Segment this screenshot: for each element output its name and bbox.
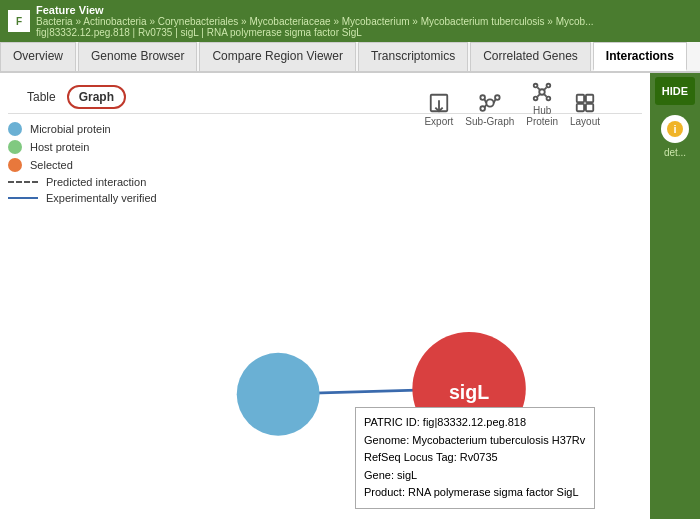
svg-line-8	[484, 105, 486, 108]
selected-dot	[8, 158, 22, 172]
svg-line-15	[544, 87, 546, 89]
tooltip-patric-id: PATRIC ID: fig|83332.12.peg.818	[364, 414, 586, 432]
svg-point-10	[534, 84, 538, 88]
svg-point-9	[539, 89, 545, 95]
tab-interactions[interactable]: Interactions	[593, 42, 687, 71]
svg-point-3	[480, 95, 485, 100]
header: F Feature View Bacteria » Actinobacteria…	[0, 0, 700, 42]
tooltip-refseq: RefSeq Locus Tag: Rv0735	[364, 449, 586, 467]
legend-selected: Selected	[8, 158, 642, 172]
svg-line-6	[484, 99, 486, 103]
svg-point-13	[547, 97, 551, 101]
selected-label: Selected	[30, 159, 73, 171]
layout-button[interactable]: Layout	[570, 92, 600, 127]
tooltip-gene: Gene: sigL	[364, 467, 586, 485]
svg-line-17	[544, 94, 546, 96]
svg-line-14	[538, 87, 540, 89]
tab-overview[interactable]: Overview	[0, 42, 76, 71]
layout-icon	[574, 92, 596, 114]
tab-compare-region[interactable]: Compare Region Viewer	[199, 42, 356, 71]
sidebar-info-icon[interactable]: i	[661, 115, 689, 143]
svg-rect-20	[577, 104, 584, 111]
svg-text:i: i	[673, 123, 676, 135]
tab-transcriptomics[interactable]: Transcriptomics	[358, 42, 468, 71]
svg-rect-18	[577, 95, 584, 102]
breadcrumb-top: Bacteria » Actinobacteria » Corynebacter…	[36, 16, 593, 27]
subtab-table[interactable]: Table	[16, 86, 67, 108]
right-sidebar: HIDE i det...	[650, 73, 700, 519]
detail-label: det...	[664, 147, 686, 158]
main-content: Table Graph Microbial protein Host prote…	[0, 73, 700, 519]
subtab-graph[interactable]: Graph	[67, 85, 126, 109]
tab-genome-browser[interactable]: Genome Browser	[78, 42, 197, 71]
legend-host: Host protein	[8, 140, 642, 154]
tab-bar: Overview Genome Browser Compare Region V…	[0, 42, 700, 73]
host-node[interactable]	[237, 353, 320, 436]
hub-protein-button[interactable]: Hub Protein	[526, 81, 558, 127]
svg-point-12	[534, 97, 538, 101]
svg-point-4	[495, 95, 500, 100]
breadcrumb-sub: fig|83332.12.peg.818 | Rv0735 | sigL | R…	[36, 27, 593, 38]
svg-rect-19	[586, 95, 593, 102]
feature-view-label: Feature View	[36, 4, 593, 16]
tab-correlated-genes[interactable]: Correlated Genes	[470, 42, 591, 71]
hub-protein-label: Hub Protein	[526, 105, 558, 127]
dashed-line-icon	[8, 181, 38, 183]
subgraph-button[interactable]: Sub-Graph	[465, 92, 514, 127]
svg-point-2	[486, 99, 493, 106]
legend-predicted: Predicted interaction	[8, 176, 642, 188]
subgraph-icon	[479, 92, 501, 114]
hub-protein-icon	[531, 81, 553, 103]
microbial-label: Microbial protein	[30, 123, 111, 135]
app-logo: F	[8, 10, 30, 32]
left-panel: Table Graph Microbial protein Host prote…	[0, 73, 650, 519]
svg-rect-21	[586, 104, 593, 111]
svg-line-16	[538, 94, 540, 96]
predicted-label: Predicted interaction	[46, 176, 146, 188]
svg-line-7	[493, 99, 495, 103]
host-label: Host protein	[30, 141, 89, 153]
tooltip-product: Product: RNA polymerase sigma factor Sig…	[364, 484, 586, 502]
svg-point-11	[547, 84, 551, 88]
hide-button[interactable]: HIDE	[655, 77, 695, 105]
selected-node-label: sigL	[449, 381, 489, 403]
export-icon	[428, 92, 450, 114]
graph-toolbar: Export Sub-Graph	[424, 81, 600, 127]
host-dot	[8, 140, 22, 154]
export-button[interactable]: Export	[424, 92, 453, 127]
node-tooltip: PATRIC ID: fig|83332.12.peg.818 Genome: …	[355, 407, 595, 509]
microbial-dot	[8, 122, 22, 136]
tooltip-genome: Genome: Mycobacterium tuberculosis H37Rv	[364, 432, 586, 450]
